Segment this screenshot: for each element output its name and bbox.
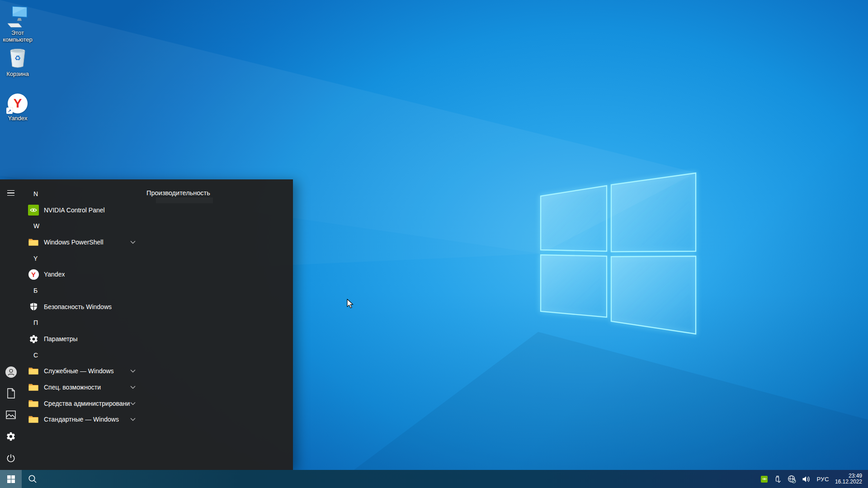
tile-group-header[interactable]: Производительность	[146, 189, 210, 197]
language-indicator[interactable]: РУС	[816, 476, 829, 483]
folder-icon	[28, 382, 39, 393]
user-icon	[5, 366, 17, 378]
app-list-folder-admin-tools[interactable]: Средства администрирования W...	[22, 395, 139, 412]
app-list-item-settings[interactable]: Параметры	[22, 331, 139, 347]
yandex-icon: Y	[28, 269, 39, 280]
app-list-letter-header[interactable]: N	[22, 186, 139, 202]
app-list-letter-header[interactable]: W	[22, 218, 139, 234]
power-icon	[6, 453, 16, 463]
chevron-down-icon	[130, 240, 136, 244]
chevron-down-icon	[130, 402, 136, 405]
start-menu: N NVIDIA Control Panel W Windows PowerSh…	[0, 179, 293, 470]
folder-icon	[28, 398, 39, 409]
desktop-icon-this-pc[interactable]: Этот компьютер	[0, 5, 35, 43]
app-list-letter-header[interactable]: П	[22, 315, 139, 331]
svg-text:♻: ♻	[14, 54, 21, 62]
pictures-button[interactable]	[0, 404, 22, 426]
recycle-bin-icon: ♻	[7, 47, 28, 69]
clock-time: 23:49	[835, 473, 862, 479]
app-list-letter-header[interactable]: С	[22, 347, 139, 363]
gear-icon	[28, 333, 39, 344]
windows-logo-icon	[7, 475, 15, 483]
settings-button[interactable]	[0, 426, 22, 447]
hamburger-icon	[7, 190, 14, 196]
desktop-icon-yandex[interactable]: Y ↗ Yandex	[0, 94, 35, 122]
taskbar-clock[interactable]: 23:49 16.12.2022	[835, 473, 862, 485]
desktop-icon-label: Этот компьютер	[0, 29, 35, 43]
start-menu-rail	[0, 179, 22, 470]
gear-icon	[6, 432, 16, 441]
windows-security-shield-icon	[28, 301, 39, 312]
start-button[interactable]	[0, 470, 22, 488]
app-list-folder-windows-accessories[interactable]: Стандартные — Windows	[22, 412, 139, 428]
chevron-down-icon	[130, 369, 136, 373]
taskbar: РУС 23:49 16.12.2022	[0, 470, 868, 488]
search-button[interactable]	[22, 470, 43, 488]
pictures-icon	[6, 410, 16, 419]
app-list-folder-accessibility[interactable]: Спец. возможности	[22, 379, 139, 395]
app-list-letter-header[interactable]: Y	[22, 250, 139, 267]
usb-device-icon[interactable]	[774, 475, 782, 483]
user-account-button[interactable]	[0, 361, 22, 383]
desktop-icon-label: Yandex	[8, 115, 27, 122]
app-list-item-yandex[interactable]: Y Yandex	[22, 266, 139, 282]
start-menu-tiles-area: Производительность	[146, 179, 293, 470]
desktop-icon-label: Корзина	[6, 70, 29, 77]
chevron-down-icon	[130, 385, 136, 389]
system-tray: РУС 23:49 16.12.2022	[761, 470, 868, 488]
expand-menu-button[interactable]	[0, 182, 22, 204]
yandex-icon: Y ↗	[8, 94, 28, 113]
documents-icon	[7, 388, 15, 399]
network-globe-no-internet-icon[interactable]	[788, 475, 796, 483]
computer-icon	[6, 5, 29, 28]
desktop-icon-recycle-bin[interactable]: ♻ Корзина	[0, 47, 35, 77]
nvidia-tray-icon[interactable]	[761, 476, 768, 483]
start-menu-app-list: N NVIDIA Control Panel W Windows PowerSh…	[22, 186, 139, 427]
app-list-letter-header[interactable]: Б	[22, 282, 139, 299]
documents-button[interactable]	[0, 382, 22, 404]
nvidia-icon	[28, 205, 39, 216]
app-list-item-windows-security[interactable]: Безопасность Windows	[22, 299, 139, 315]
app-list-item-nvidia-control-panel[interactable]: NVIDIA Control Panel	[22, 202, 139, 218]
app-list-folder-windows-system[interactable]: Служебные — Windows	[22, 363, 139, 380]
taskbar-empty-area	[43, 470, 761, 488]
shortcut-arrow-icon: ↗	[6, 108, 13, 114]
power-button[interactable]	[0, 447, 22, 469]
tile-ghost	[156, 197, 213, 203]
volume-icon[interactable]	[802, 475, 811, 483]
folder-icon	[28, 366, 39, 376]
chevron-down-icon	[130, 418, 136, 421]
search-icon	[28, 474, 37, 483]
folder-icon	[28, 237, 39, 248]
app-list-folder-windows-powershell[interactable]: Windows PowerShell	[22, 234, 139, 250]
folder-icon	[28, 414, 39, 425]
clock-date: 16.12.2022	[835, 479, 862, 485]
